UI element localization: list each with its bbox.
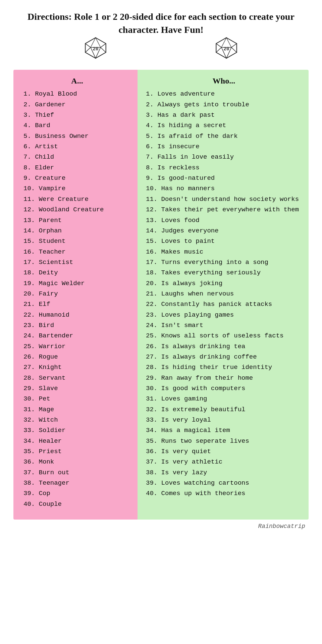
list-item: 40. Comes up with theories [146, 488, 302, 499]
list-item: 38. Teenager [23, 478, 131, 488]
list-item: 35. Priest [23, 446, 131, 457]
list-item: 28. Servant [23, 373, 131, 383]
list-item: 36. Is very quiet [146, 446, 302, 457]
column-who-heading: Who... [146, 76, 302, 86]
list-item: 11. Were Creature [23, 194, 131, 205]
list-item: 40. Couple [23, 499, 131, 509]
dice-row: 20 20 [13, 36, 309, 60]
list-item: 25. Knows all sorts of useless facts [146, 331, 302, 341]
list-item: 26. Is always drinking tea [146, 341, 302, 352]
list-item: 4. Is hiding a secret [146, 120, 302, 131]
list-item: 9. Creature [23, 173, 131, 183]
list-item: 16. Teacher [23, 247, 131, 257]
list-item: 10. Has no manners [146, 183, 302, 194]
list-item: 21. Laughs when nervous [146, 289, 302, 299]
list-item: 30. Is good with computers [146, 383, 302, 394]
svg-text:20: 20 [93, 46, 99, 52]
list-item: 35. Runs two seperate lives [146, 436, 302, 446]
list-item: 24. Isn't smart [146, 320, 302, 331]
column-a-list: 1. Royal Blood2. Gardener3. Thief4. Bard… [23, 89, 131, 509]
list-item: 29. Ran away from their home [146, 373, 302, 383]
list-item: 3. Has a dark past [146, 110, 302, 120]
list-item: 13. Parent [23, 215, 131, 226]
list-item: 14. Orphan [23, 226, 131, 236]
list-item: 20. Fairy [23, 289, 131, 299]
list-item: 5. Business Owner [23, 131, 131, 142]
list-item: 9. Is good-natured [146, 173, 302, 183]
list-item: 38. Is very lazy [146, 468, 302, 478]
list-item: 34. Has a magical item [146, 425, 302, 436]
svg-marker-1 [96, 38, 106, 48]
list-item: 5. Is afraid of the dark [146, 131, 302, 142]
list-item: 29. Slave [23, 383, 131, 394]
svg-text:20: 20 [224, 46, 229, 52]
list-item: 14. Judges everyone [146, 226, 302, 236]
list-item: 10. Vampire [23, 183, 131, 194]
list-item: 8. Is reckless [146, 163, 302, 173]
list-item: 7. Child [23, 152, 131, 162]
list-item: 22. Humanoid [23, 310, 131, 320]
header-title: Directions: Role 1 or 2 20-sided dice fo… [13, 10, 309, 36]
list-item: 8. Elder [23, 163, 131, 173]
list-item: 11. Doesn't understand how society works [146, 194, 302, 205]
list-item: 1. Royal Blood [23, 89, 131, 99]
column-who-list: 1. Loves adventure2. Always gets into tr… [146, 89, 302, 499]
list-item: 2. Gardener [23, 100, 131, 110]
list-item: 16. Makes music [146, 247, 302, 257]
list-item: 30. Pet [23, 394, 131, 404]
list-item: 13. Loves food [146, 215, 302, 226]
list-item: 12. Woodland Creature [23, 205, 131, 215]
list-item: 22. Constantly has panick attacks [146, 299, 302, 310]
list-item: 18. Takes everything seriously [146, 268, 302, 278]
list-item: 33. Soldier [23, 425, 131, 436]
watermark: Rainbowcatrip [13, 523, 309, 530]
list-item: 19. Magic Welder [23, 278, 131, 289]
list-item: 31. Mage [23, 405, 131, 415]
list-item: 7. Falls in love easily [146, 152, 302, 162]
list-item: 34. Healer [23, 436, 131, 446]
list-item: 26. Rogue [23, 352, 131, 362]
dice-left-icon: 20 [84, 36, 107, 60]
list-item: 33. Is very loyal [146, 415, 302, 425]
list-item: 37. Burn out [23, 468, 131, 478]
list-item: 27. Knight [23, 362, 131, 373]
svg-marker-10 [226, 38, 237, 48]
list-item: 39. Cop [23, 488, 131, 499]
list-item: 20. Is always joking [146, 278, 302, 289]
content-area: A... 1. Royal Blood2. Gardener3. Thief4.… [13, 70, 309, 520]
list-item: 3. Thief [23, 110, 131, 120]
list-item: 25. Warrior [23, 341, 131, 352]
page-header: Directions: Role 1 or 2 20-sided dice fo… [13, 10, 309, 60]
list-item: 4. Bard [23, 120, 131, 131]
list-item: 24. Bartender [23, 331, 131, 341]
list-item: 17. Turns everything into a song [146, 257, 302, 268]
list-item: 12. Takes their pet everywhere with them [146, 205, 302, 215]
list-item: 28. Is hiding their true identity [146, 362, 302, 373]
list-item: 17. Scientist [23, 257, 131, 268]
list-item: 2. Always gets into trouble [146, 100, 302, 110]
column-a-heading: A... [23, 76, 131, 86]
list-item: 15. Loves to paint [146, 236, 302, 247]
list-item: 18. Deity [23, 268, 131, 278]
list-item: 37. Is very athletic [146, 457, 302, 467]
list-item: 27. Is always drinking coffee [146, 352, 302, 362]
list-item: 21. Elf [23, 299, 131, 310]
list-item: 32. Is extremely beautiful [146, 405, 302, 415]
svg-marker-11 [216, 38, 226, 48]
column-who: Who... 1. Loves adventure2. Always gets … [138, 70, 309, 520]
list-item: 23. Bird [23, 320, 131, 331]
dice-right-icon: 20 [215, 36, 238, 60]
list-item: 23. Loves playing games [146, 310, 302, 320]
list-item: 39. Loves watching cartoons [146, 478, 302, 488]
list-item: 15. Student [23, 236, 131, 247]
svg-marker-2 [85, 38, 96, 48]
column-a: A... 1. Royal Blood2. Gardener3. Thief4.… [13, 70, 138, 520]
list-item: 6. Is insecure [146, 142, 302, 152]
list-item: 36. Monk [23, 457, 131, 467]
list-item: 32. Witch [23, 415, 131, 425]
list-item: 6. Artist [23, 142, 131, 152]
list-item: 1. Loves adventure [146, 89, 302, 99]
list-item: 31. Loves gaming [146, 394, 302, 404]
